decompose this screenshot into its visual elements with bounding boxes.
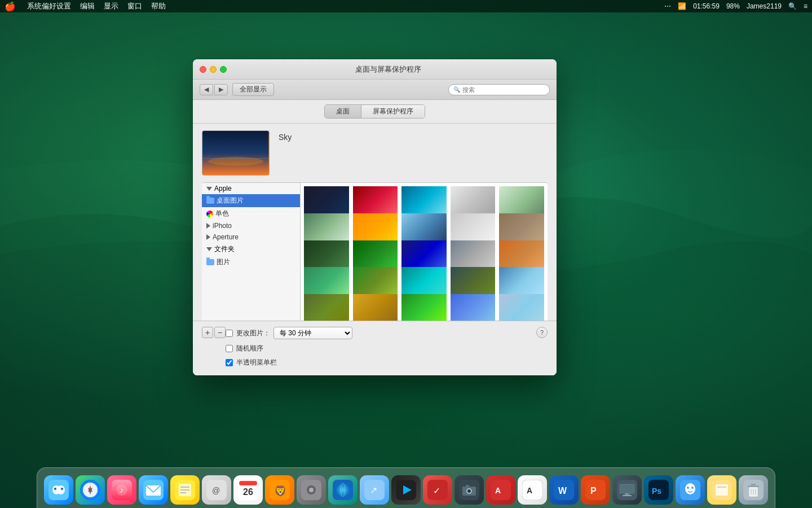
grid-image-21[interactable] [303, 293, 350, 321]
sidebar-desktop-images-label: 桌面图片 [217, 196, 244, 205]
dock-item-google-earth[interactable] [328, 475, 358, 505]
window-titlebar: 桌面与屏幕保护程序 [193, 59, 557, 80]
svg-point-5 [57, 485, 65, 494]
svg-rect-27 [239, 481, 257, 485]
dock-item-contacts[interactable]: @ [202, 475, 231, 505]
search-input[interactable] [462, 86, 545, 93]
dock-item-camera[interactable] [454, 475, 484, 505]
grid-image-23[interactable] [400, 293, 448, 321]
dock-item-omnifocus[interactable]: ✓ [423, 475, 452, 505]
window-title: 桌面与屏幕保护程序 [227, 64, 550, 75]
toolbar-back-button[interactable]: ◀ [200, 84, 213, 95]
browser-area: Apple 桌面图片 单色 iPhoto Aperture [202, 182, 548, 321]
add-folder-button[interactable]: + [202, 327, 213, 338]
toolbar-forward-button[interactable]: ▶ [214, 84, 228, 95]
help-button[interactable]: ? [536, 327, 548, 338]
svg-point-33 [309, 488, 314, 492]
dock-item-calendar[interactable]: 26 [233, 475, 263, 505]
translucent-menubar-checkbox[interactable] [226, 359, 233, 366]
sidebar-item-pictures[interactable]: 图片 [202, 256, 300, 269]
sidebar-group-folder[interactable]: 文件夹 [202, 243, 300, 256]
menubar-window[interactable]: 窗口 [127, 1, 142, 11]
window-maximize-button[interactable] [220, 66, 227, 73]
dock-item-safari[interactable] [76, 475, 105, 505]
dock-item-powerpoint[interactable]: P [581, 475, 610, 505]
bottom-controls: + − 更改图片： 每 30 分钟 随机顺序 [193, 321, 557, 375]
dock-item-migrate[interactable]: ↗ [360, 475, 389, 505]
wallpaper-preview[interactable] [202, 130, 270, 176]
grid-image-24[interactable] [449, 293, 497, 321]
main-content: Sky Apple 桌面图片 单色 iPhot [193, 124, 557, 375]
sidebar-item-solid-color[interactable]: 单色 [202, 207, 300, 220]
svg-text:Ps: Ps [652, 487, 661, 496]
dock-item-finder[interactable] [44, 475, 73, 505]
dock-item-word[interactable]: W [549, 475, 579, 505]
menubar-extras: ⋯ [664, 2, 671, 10]
wallpaper-name: Sky [279, 130, 292, 142]
expand-aperture-icon [206, 234, 210, 240]
wallpaper-image-grid [301, 183, 548, 321]
dock-item-photos[interactable]: 🦁 [265, 475, 294, 505]
grid-image-22[interactable] [352, 293, 399, 321]
menubar-time: 01:56:59 [693, 2, 720, 10]
menubar-username: James2119 [747, 2, 782, 10]
sidebar-apple-label: Apple [214, 185, 232, 192]
grid-image-25[interactable] [498, 293, 545, 321]
dock: ♪ @ 26 🦁 [37, 467, 775, 508]
menubar-search-icon[interactable]: 🔍 [788, 2, 797, 10]
svg-text:W: W [558, 486, 567, 496]
menubar-notif-icon[interactable]: ≡ [804, 2, 807, 10]
interval-select[interactable]: 每 30 分钟 [273, 327, 352, 339]
toolbar-search-field[interactable]: 🔍 [448, 84, 550, 95]
tab-screensaver[interactable]: 屏幕保护程序 [361, 105, 425, 118]
svg-rect-67 [716, 484, 728, 496]
dock-item-itunes[interactable]: ♪ [107, 475, 136, 505]
menubar-help[interactable]: 帮助 [151, 1, 166, 11]
svg-text:✓: ✓ [433, 486, 440, 496]
dock-item-notes[interactable] [170, 475, 200, 505]
window-toolbar: ◀ ▶ 全部显示 🔍 [193, 80, 557, 100]
sidebar-pictures-label: 图片 [217, 257, 230, 267]
menubar-system-prefs[interactable]: 系统偏好设置 [27, 1, 71, 11]
toolbar-all-button[interactable]: 全部显示 [232, 83, 274, 96]
menubar-edit[interactable]: 编辑 [80, 1, 95, 11]
svg-rect-0 [203, 131, 269, 175]
sidebar-item-desktop-images[interactable]: 桌面图片 [202, 194, 300, 207]
add-remove-buttons: + − [202, 327, 226, 338]
svg-text:A: A [527, 486, 532, 495]
toolbar-nav-group: ◀ ▶ [200, 84, 228, 95]
svg-point-64 [687, 487, 689, 489]
sidebar-iphoto-label: iPhoto [213, 222, 232, 230]
color-circle-icon [206, 211, 213, 217]
random-order-checkbox[interactable] [226, 345, 233, 352]
collapse-folder-icon [206, 247, 212, 251]
dock-item-trash[interactable] [739, 475, 768, 505]
window-minimize-button[interactable] [210, 66, 217, 73]
window-close-button[interactable] [200, 66, 206, 73]
change-image-row: 更改图片： 每 30 分钟 [226, 327, 352, 339]
dock-item-iwork[interactable] [707, 475, 736, 505]
sidebar-group-apple[interactable]: Apple [202, 183, 300, 194]
apple-menu-icon[interactable]: 🍎 [5, 1, 16, 12]
sidebar-solid-color-label: 单色 [215, 209, 229, 218]
sidebar-item-iphoto[interactable]: iPhoto [202, 220, 300, 231]
svg-rect-57 [620, 484, 634, 493]
dock-item-matlab[interactable]: A [486, 475, 515, 505]
dock-item-fcpx[interactable] [391, 475, 421, 505]
random-order-row: 随机顺序 [226, 344, 352, 353]
dock-item-photoshop[interactable]: Ps [644, 475, 673, 505]
search-icon: 🔍 [453, 86, 460, 93]
dock-item-display[interactable] [612, 475, 642, 505]
remove-folder-button[interactable]: − [214, 327, 226, 338]
menubar-display[interactable]: 显示 [104, 1, 118, 11]
dock-item-qq[interactable] [676, 475, 705, 505]
tab-desktop[interactable]: 桌面 [325, 105, 361, 118]
svg-point-46 [467, 489, 471, 493]
change-image-checkbox[interactable] [226, 330, 233, 337]
dock-item-addprinter[interactable]: A [518, 475, 547, 505]
sidebar-item-aperture[interactable]: Aperture [202, 231, 300, 243]
dock-item-sysprefs[interactable] [297, 475, 326, 505]
translucent-menubar-row: 半透明菜单栏 [226, 358, 352, 367]
dock-item-mail[interactable] [139, 475, 168, 505]
translucent-menubar-label: 半透明菜单栏 [236, 358, 277, 367]
